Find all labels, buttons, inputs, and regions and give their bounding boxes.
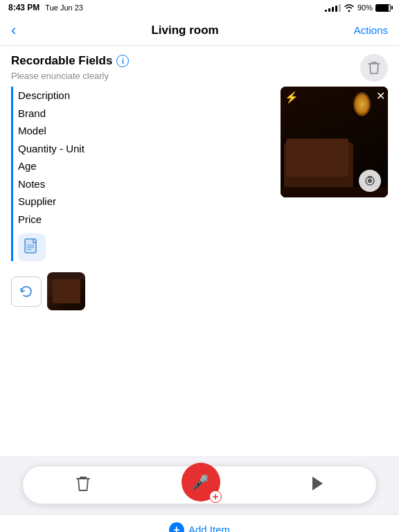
document-button[interactable] <box>18 233 46 261</box>
section-subtitle: Please enunciate clearly <box>11 71 388 81</box>
content-row: Description Brand Model Quantity - Unit … <box>11 87 388 261</box>
controls-bar: 🎤 + <box>22 466 377 504</box>
field-quantity: Quantity - Unit <box>18 140 272 158</box>
document-icon <box>24 238 39 256</box>
close-camera-button[interactable]: ✕ <box>376 89 385 103</box>
info-button[interactable]: i <box>116 55 129 67</box>
delete-button-top[interactable] <box>360 54 388 82</box>
status-date: Tue Jun 23 <box>45 3 83 12</box>
add-item-label: Add Item <box>188 524 230 532</box>
wifi-icon <box>344 3 355 12</box>
field-brand: Brand <box>18 105 272 123</box>
status-icons: 90% <box>325 3 391 12</box>
section-title: Recordable Fields <box>11 54 112 68</box>
controls-wrapper: 🎤 + <box>0 456 399 514</box>
field-model: Model <box>18 122 272 140</box>
field-price: Price <box>18 211 272 229</box>
actions-button[interactable]: Actions <box>354 24 388 36</box>
play-icon <box>311 476 323 491</box>
refresh-button[interactable] <box>11 276 42 307</box>
shutter-button[interactable] <box>359 170 381 192</box>
camera-icon <box>364 175 376 187</box>
add-item-icon: + <box>169 522 184 533</box>
svg-rect-0 <box>25 239 36 253</box>
svg-marker-4 <box>312 477 323 490</box>
play-button[interactable] <box>297 470 337 500</box>
fields-list: Description Brand Model Quantity - Unit … <box>11 87 272 228</box>
section-header: Recordable Fields i <box>11 54 388 68</box>
battery-icon <box>375 4 391 12</box>
camera-preview[interactable]: ⚡ ✕ <box>281 87 388 197</box>
mic-icon: 🎤 <box>192 475 209 489</box>
field-description: Description <box>18 87 272 105</box>
add-item-bar[interactable]: + Add Item <box>0 514 399 532</box>
blue-bar <box>11 87 13 261</box>
flash-icon: ⚡ <box>285 91 299 104</box>
nav-title: Living room <box>151 24 218 37</box>
field-notes: Notes <box>18 175 272 193</box>
svg-rect-3 <box>368 176 372 178</box>
add-badge: + <box>209 490 222 503</box>
main-content: Recordable Fields i Please enunciate cle… <box>0 46 399 456</box>
status-bar: 8:43 PM Tue Jun 23 90% <box>0 0 399 15</box>
back-button[interactable]: ‹ <box>11 21 16 39</box>
nav-bar: ‹ Living room Actions <box>0 15 399 46</box>
signal-icon <box>325 4 341 12</box>
fields-area: Description Brand Model Quantity - Unit … <box>11 87 272 261</box>
field-supplier: Supplier <box>18 193 272 211</box>
field-age: Age <box>18 157 272 175</box>
delete-recording-button[interactable] <box>62 470 105 501</box>
trash-icon <box>76 475 91 492</box>
thumbnail-image[interactable] <box>47 272 85 310</box>
battery-percent: 90% <box>357 3 373 12</box>
refresh-icon <box>19 284 34 299</box>
thumbnail-row <box>11 272 388 310</box>
record-button[interactable]: 🎤 + <box>181 463 220 502</box>
svg-point-2 <box>368 179 372 183</box>
status-time: 8:43 PM <box>8 3 39 12</box>
trash-icon-top <box>368 61 380 75</box>
